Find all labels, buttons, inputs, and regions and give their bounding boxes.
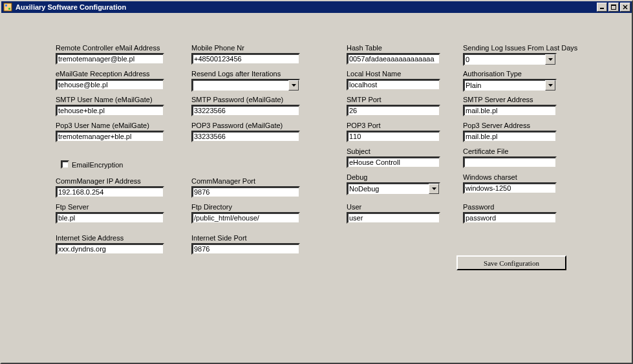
internet-side-port-label: Internet Side Port (191, 234, 247, 242)
subject-input[interactable] (347, 156, 440, 168)
svg-rect-1 (5, 5, 7, 6)
ftp-directory-input[interactable] (191, 212, 300, 224)
user-input[interactable] (347, 212, 440, 224)
smtp-port-label: SMTP Port (347, 96, 381, 103)
chevron-down-icon (545, 80, 555, 91)
internet-side-port-input[interactable] (191, 243, 300, 255)
smtp-port-input[interactable] (347, 105, 440, 116)
internet-side-address-input[interactable] (56, 243, 164, 255)
svg-rect-0 (4, 3, 12, 11)
commmanager-ip-input[interactable] (56, 186, 164, 198)
pop3-port-label: POP3 Port (347, 122, 381, 129)
subject-label: Subject (347, 147, 370, 155)
pop3-password-input[interactable] (191, 131, 300, 142)
email-encryption-checkbox[interactable]: EmailEncryption (61, 160, 123, 169)
chevron-down-icon (545, 54, 555, 65)
client-area: Remote Controller eMail Address eMailGat… (4, 14, 629, 360)
sending-log-days-label: Sending Log Issues From Last Days (463, 44, 577, 52)
authorisation-type-value: Plain (464, 81, 545, 89)
save-configuration-button[interactable]: Save Configuration (456, 255, 566, 270)
user-label: User (347, 203, 361, 211)
pop3-port-input[interactable] (347, 131, 440, 142)
resend-logs-label: Resend Logs after Iterations (191, 70, 281, 78)
window: Auxiliary Software Configuration Remote … (0, 0, 633, 364)
remote-controller-email-label: Remote Controller eMail Address (56, 44, 160, 52)
commmanager-port-label: CommManager Port (191, 177, 255, 185)
svg-rect-2 (8, 8, 10, 10)
internet-side-address-label: Internet Side Address (56, 234, 123, 242)
debug-combo[interactable]: NoDebug (347, 182, 440, 195)
hash-table-label: Hash Table (347, 44, 382, 52)
commmanager-port-input[interactable] (191, 186, 300, 198)
chevron-down-icon (429, 184, 439, 194)
emailgate-reception-label: eMailGate Reception Address (56, 70, 150, 78)
hash-table-input[interactable] (347, 53, 440, 65)
smtp-server-input[interactable] (463, 105, 557, 116)
password-input[interactable] (463, 212, 557, 224)
titlebar: Auxiliary Software Configuration (1, 1, 632, 13)
authorisation-type-label: Authorisation Type (463, 70, 522, 78)
maximize-button[interactable] (608, 3, 619, 12)
pop3-user-input[interactable] (56, 131, 164, 142)
checkbox-box-icon (61, 160, 69, 169)
email-encryption-label: EmailEncryption (72, 161, 123, 169)
certificate-file-input[interactable] (463, 156, 557, 168)
password-label: Password (463, 203, 494, 211)
commmanager-ip-label: CommManager IP Address (56, 177, 141, 185)
windows-charset-label: Windows charset (463, 173, 517, 181)
window-controls (597, 3, 630, 12)
ftp-server-input[interactable] (56, 212, 164, 224)
windows-charset-input[interactable] (463, 182, 557, 194)
smtp-user-label: SMTP User Name (eMailGate) (56, 96, 153, 103)
smtp-server-label: SMTP Server Address (463, 96, 533, 103)
remote-controller-email-input[interactable] (56, 53, 164, 65)
debug-value: NoDebug (348, 185, 429, 193)
pop3-server-label: Pop3 Server Address (463, 122, 530, 129)
ftp-server-label: Ftp Server (56, 203, 89, 211)
smtp-password-label: SMTP Password (eMailGate) (191, 96, 283, 103)
smtp-password-input[interactable] (191, 105, 300, 116)
mobile-phone-label: Mobile Phone Nr (191, 44, 244, 52)
debug-label: Debug (347, 173, 367, 181)
authorisation-type-combo[interactable]: Plain (463, 79, 557, 92)
close-button[interactable] (620, 3, 630, 12)
pop3-user-label: Pop3 User Name (eMailGate) (56, 122, 149, 129)
ftp-directory-label: Ftp Directory (191, 203, 232, 211)
app-icon (3, 2, 13, 12)
local-host-name-label: Local Host Name (347, 70, 401, 78)
window-title: Auxiliary Software Configuration (16, 1, 597, 13)
emailgate-reception-input[interactable] (56, 79, 164, 91)
mobile-phone-input[interactable] (191, 53, 300, 65)
smtp-user-input[interactable] (56, 105, 164, 116)
pop3-password-label: POP3 Password (eMailGate) (191, 122, 283, 129)
local-host-name-input[interactable] (347, 79, 440, 91)
certificate-file-label: Certificate File (463, 147, 508, 155)
sending-log-days-value: 0 (464, 56, 545, 63)
chevron-down-icon (288, 80, 299, 91)
resend-logs-combo[interactable] (191, 79, 300, 92)
sending-log-days-combo[interactable]: 0 (463, 53, 557, 66)
pop3-server-input[interactable] (463, 131, 557, 142)
minimize-button[interactable] (597, 3, 607, 12)
